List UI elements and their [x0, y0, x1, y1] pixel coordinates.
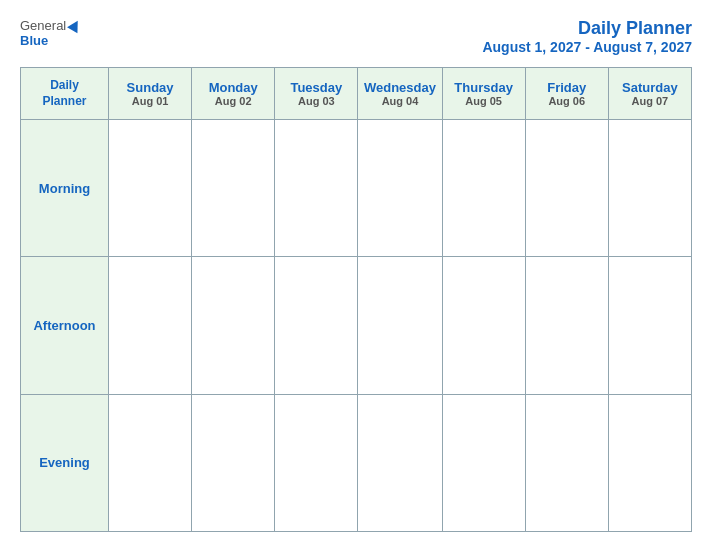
planner-title: Daily Planner: [482, 18, 692, 39]
logo-triangle-icon: [67, 18, 83, 34]
daily-planner-header: DailyPlanner: [21, 68, 109, 120]
tuesday-date: Aug 03: [279, 95, 353, 107]
morning-row: Morning: [21, 120, 692, 257]
friday-date: Aug 06: [530, 95, 604, 107]
tuesday-header: Tuesday Aug 03: [275, 68, 358, 120]
monday-header: Monday Aug 02: [192, 68, 275, 120]
header: General Blue Daily Planner August 1, 202…: [20, 18, 692, 55]
logo-text: General: [20, 18, 81, 33]
logo-blue-text: Blue: [20, 33, 48, 48]
sunday-date: Aug 01: [113, 95, 187, 107]
wednesday-header: Wednesday Aug 04: [358, 68, 442, 120]
page: General Blue Daily Planner August 1, 202…: [0, 0, 712, 550]
calendar-table: DailyPlanner Sunday Aug 01 Monday Aug 02…: [20, 67, 692, 532]
evening-sunday-cell[interactable]: [109, 394, 192, 531]
saturday-header: Saturday Aug 07: [608, 68, 691, 120]
title-area: Daily Planner August 1, 2027 - August 7,…: [482, 18, 692, 55]
col-header-label-daily: DailyPlanner: [25, 78, 104, 109]
morning-monday-cell[interactable]: [192, 120, 275, 257]
evening-tuesday-cell[interactable]: [275, 394, 358, 531]
friday-header: Friday Aug 06: [525, 68, 608, 120]
thursday-name: Thursday: [447, 80, 521, 95]
afternoon-row: Afternoon: [21, 257, 692, 394]
evening-thursday-cell[interactable]: [442, 394, 525, 531]
thursday-date: Aug 05: [447, 95, 521, 107]
afternoon-friday-cell[interactable]: [525, 257, 608, 394]
sunday-name: Sunday: [113, 80, 187, 95]
morning-saturday-cell[interactable]: [608, 120, 691, 257]
wednesday-name: Wednesday: [362, 80, 437, 95]
saturday-name: Saturday: [613, 80, 687, 95]
afternoon-sunday-cell[interactable]: [109, 257, 192, 394]
logo-area: General Blue: [20, 18, 81, 48]
header-row: DailyPlanner Sunday Aug 01 Monday Aug 02…: [21, 68, 692, 120]
wednesday-date: Aug 04: [362, 95, 437, 107]
evening-row: Evening: [21, 394, 692, 531]
sunday-header: Sunday Aug 01: [109, 68, 192, 120]
afternoon-wednesday-cell[interactable]: [358, 257, 442, 394]
planner-date-range: August 1, 2027 - August 7, 2027: [482, 39, 692, 55]
tuesday-name: Tuesday: [279, 80, 353, 95]
saturday-date: Aug 07: [613, 95, 687, 107]
afternoon-label: Afternoon: [21, 257, 109, 394]
evening-monday-cell[interactable]: [192, 394, 275, 531]
morning-tuesday-cell[interactable]: [275, 120, 358, 257]
evening-wednesday-cell[interactable]: [358, 394, 442, 531]
evening-saturday-cell[interactable]: [608, 394, 691, 531]
afternoon-monday-cell[interactable]: [192, 257, 275, 394]
monday-name: Monday: [196, 80, 270, 95]
afternoon-tuesday-cell[interactable]: [275, 257, 358, 394]
thursday-header: Thursday Aug 05: [442, 68, 525, 120]
logo-general-text: General: [20, 18, 66, 33]
morning-wednesday-cell[interactable]: [358, 120, 442, 257]
evening-friday-cell[interactable]: [525, 394, 608, 531]
evening-label: Evening: [21, 394, 109, 531]
morning-thursday-cell[interactable]: [442, 120, 525, 257]
afternoon-thursday-cell[interactable]: [442, 257, 525, 394]
morning-label: Morning: [21, 120, 109, 257]
morning-friday-cell[interactable]: [525, 120, 608, 257]
monday-date: Aug 02: [196, 95, 270, 107]
afternoon-saturday-cell[interactable]: [608, 257, 691, 394]
friday-name: Friday: [530, 80, 604, 95]
morning-sunday-cell[interactable]: [109, 120, 192, 257]
